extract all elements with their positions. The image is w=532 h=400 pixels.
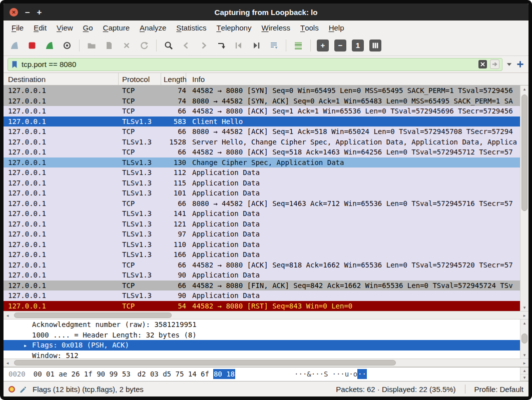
packet-row[interactable]: 127.0.0.1TLSv1.3583Client Hello bbox=[4, 116, 520, 127]
menu-item-capture[interactable]: Capture bbox=[98, 20, 135, 35]
expand-arrow-icon[interactable]: ▸ bbox=[24, 340, 32, 351]
menu-item-view[interactable]: View bbox=[52, 20, 78, 35]
scroll-thumb[interactable] bbox=[14, 312, 172, 318]
capture-options-button[interactable] bbox=[60, 38, 74, 52]
scroll-track[interactable] bbox=[12, 312, 520, 319]
scroll-up-icon[interactable]: ▴ bbox=[520, 368, 528, 374]
packet-details: Acknowledgment number (raw): 35812199511… bbox=[4, 320, 520, 358]
details-hscrollbar[interactable]: ◂ ▸ bbox=[4, 358, 528, 367]
packet-row[interactable]: 127.0.0.1TLSv1.3121Application Data bbox=[4, 219, 520, 230]
scroll-track[interactable] bbox=[520, 326, 528, 352]
last-packet-button[interactable] bbox=[249, 38, 263, 52]
menu-item-tools[interactable]: Tools bbox=[295, 20, 324, 35]
capture-comment-icon[interactable] bbox=[19, 386, 27, 393]
scroll-up-icon[interactable]: ▴ bbox=[520, 320, 528, 326]
details-vscrollbar[interactable]: ▴ ▾ bbox=[520, 320, 528, 358]
packet-row[interactable]: 127.0.0.1TLSv1.3141Application Data bbox=[4, 208, 520, 219]
expert-info-icon[interactable] bbox=[9, 386, 15, 392]
scroll-left-icon[interactable]: ◂ bbox=[4, 359, 12, 366]
resize-columns-button[interactable] bbox=[368, 38, 382, 52]
scroll-down-icon[interactable]: ▾ bbox=[520, 304, 528, 311]
colorize-button[interactable] bbox=[291, 38, 305, 52]
packet-row[interactable]: 127.0.0.1TCP748080 → 44582 [SYN, ACK] Se… bbox=[4, 96, 520, 106]
scroll-right-icon[interactable]: ▸ bbox=[520, 359, 528, 366]
menu-item-go[interactable]: Go bbox=[78, 20, 98, 35]
menu-item-telephony[interactable]: Telephony bbox=[211, 20, 256, 35]
packet-row[interactable]: 127.0.0.1TLSv1.390Application Data bbox=[4, 270, 520, 280]
column-header-protocol[interactable]: Protocol bbox=[119, 73, 161, 85]
scroll-thumb[interactable] bbox=[521, 94, 527, 211]
scroll-down-icon[interactable]: ▾ bbox=[520, 374, 528, 382]
packet-row[interactable]: 127.0.0.1TCP668080 → 44582 [ACK] Seq=146… bbox=[4, 198, 520, 209]
minimize-button[interactable]: – bbox=[25, 8, 30, 16]
scroll-track[interactable] bbox=[520, 92, 528, 304]
detail-line[interactable]: 1000 .... = Header Length: 32 bytes (8) bbox=[4, 330, 520, 340]
close-file-button[interactable] bbox=[120, 38, 134, 52]
packet-list-hscrollbar[interactable]: ◂ ▸ bbox=[4, 311, 528, 320]
scroll-thumb[interactable] bbox=[521, 334, 527, 344]
packet-row[interactable]: 127.0.0.1TLSv1.3130Change Cipher Spec, A… bbox=[4, 158, 520, 168]
profile-button[interactable]: Profile: Default bbox=[474, 385, 523, 394]
packet-list-vscrollbar[interactable]: ▴ ▾ bbox=[520, 86, 528, 311]
menu-item-analyze[interactable]: Analyze bbox=[135, 20, 171, 35]
column-header-info[interactable]: Info bbox=[186, 73, 528, 85]
scroll-track[interactable] bbox=[12, 359, 520, 366]
first-packet-button[interactable] bbox=[232, 38, 246, 52]
bookmark-icon[interactable] bbox=[11, 60, 19, 69]
close-button[interactable]: ✕ bbox=[10, 8, 18, 16]
packet-row[interactable]: 127.0.0.1TLSv1.390Application Data bbox=[4, 290, 520, 301]
scroll-left-icon[interactable]: ◂ bbox=[4, 312, 12, 319]
packet-row[interactable]: 127.0.0.1TLSv1.3101Application Data bbox=[4, 188, 520, 198]
reload-button[interactable] bbox=[137, 38, 151, 52]
packet-row[interactable]: 127.0.0.1TLSv1.3112Application Data bbox=[4, 168, 520, 178]
go-forward-button[interactable] bbox=[197, 38, 211, 52]
packet-row[interactable]: 127.0.0.1TLSv1.397Application Data bbox=[4, 229, 520, 240]
cell-dest: 127.0.0.1 bbox=[4, 86, 119, 96]
packet-row[interactable]: 127.0.0.1TCP5444582 → 8080 [RST] Seq=843… bbox=[4, 301, 520, 312]
filter-dropdown-icon[interactable] bbox=[506, 61, 512, 68]
packet-row[interactable]: 127.0.0.1TCP6644582 → 8080 [ACK] Seq=1 A… bbox=[4, 106, 520, 116]
zoom-original-button[interactable]: 1 bbox=[351, 38, 365, 52]
display-filter-input[interactable]: tcp.port == 8080 bbox=[8, 58, 502, 71]
column-header-destination[interactable]: Destination bbox=[4, 73, 119, 85]
packet-row[interactable]: 127.0.0.1TLSv1.3166Application Data bbox=[4, 250, 520, 260]
menu-item-file[interactable]: File bbox=[7, 20, 29, 35]
go-back-button[interactable] bbox=[179, 38, 193, 52]
apply-filter-icon[interactable] bbox=[490, 60, 499, 69]
scroll-thumb[interactable] bbox=[14, 360, 396, 366]
go-to-packet-button[interactable] bbox=[214, 38, 228, 52]
open-file-button[interactable] bbox=[85, 38, 99, 52]
detail-line[interactable]: Window: 512 bbox=[4, 350, 520, 359]
hex-line[interactable]: 002000 01 ae 26 1f 90 99 53d2 03 d5 75 1… bbox=[4, 368, 520, 381]
zoom-out-button[interactable]: − bbox=[333, 38, 347, 52]
packet-row[interactable]: 127.0.0.1TCP6644582 → 8080 [ACK] Seq=518… bbox=[4, 147, 520, 158]
scroll-down-icon[interactable]: ▾ bbox=[520, 352, 528, 358]
menu-item-wireless[interactable]: Wireless bbox=[256, 20, 295, 35]
packet-row[interactable]: 127.0.0.1TCP6644582 → 8080 [FIN, ACK] Se… bbox=[4, 280, 520, 291]
auto-scroll-button[interactable] bbox=[267, 38, 281, 52]
maximize-button[interactable]: + bbox=[37, 8, 42, 16]
clear-filter-icon[interactable] bbox=[478, 60, 487, 68]
scroll-right-icon[interactable]: ▸ bbox=[520, 312, 528, 319]
menu-item-edit[interactable]: Edit bbox=[29, 20, 52, 35]
restart-capture-button[interactable] bbox=[43, 38, 57, 52]
detail-line[interactable]: Acknowledgment number (raw): 3581219951 bbox=[4, 320, 520, 330]
stop-capture-button[interactable] bbox=[25, 38, 39, 52]
packet-row[interactable]: 127.0.0.1TCP6644582 → 8080 [ACK] Seq=818… bbox=[4, 260, 520, 270]
menu-item-statistics[interactable]: Statistics bbox=[171, 20, 211, 35]
packet-row[interactable]: 127.0.0.1TLSv1.3110Application Data bbox=[4, 240, 520, 250]
hex-vscrollbar[interactable]: ▴ ▾ bbox=[520, 368, 528, 381]
start-capture-button[interactable] bbox=[8, 38, 22, 52]
add-filter-button[interactable] bbox=[516, 60, 524, 68]
find-packet-button[interactable] bbox=[162, 38, 176, 52]
packet-row[interactable]: 127.0.0.1TCP668080 → 44582 [ACK] Seq=1 A… bbox=[4, 126, 520, 137]
column-header-length[interactable]: Length bbox=[161, 73, 186, 85]
zoom-in-button[interactable]: + bbox=[316, 38, 330, 52]
packet-row[interactable]: 127.0.0.1TCP7444582 → 8080 [SYN] Seq=0 W… bbox=[4, 86, 520, 96]
menu-item-help[interactable]: Help bbox=[324, 20, 349, 35]
packet-row[interactable]: 127.0.0.1TLSv1.31528Server Hello, Change… bbox=[4, 137, 520, 148]
save-file-button[interactable] bbox=[102, 38, 116, 52]
scroll-up-icon[interactable]: ▴ bbox=[520, 86, 528, 92]
packet-row[interactable]: 127.0.0.1TLSv1.3115Application Data bbox=[4, 178, 520, 188]
detail-line[interactable]: ▸Flags: 0x018 (PSH, ACK) bbox=[4, 340, 520, 350]
